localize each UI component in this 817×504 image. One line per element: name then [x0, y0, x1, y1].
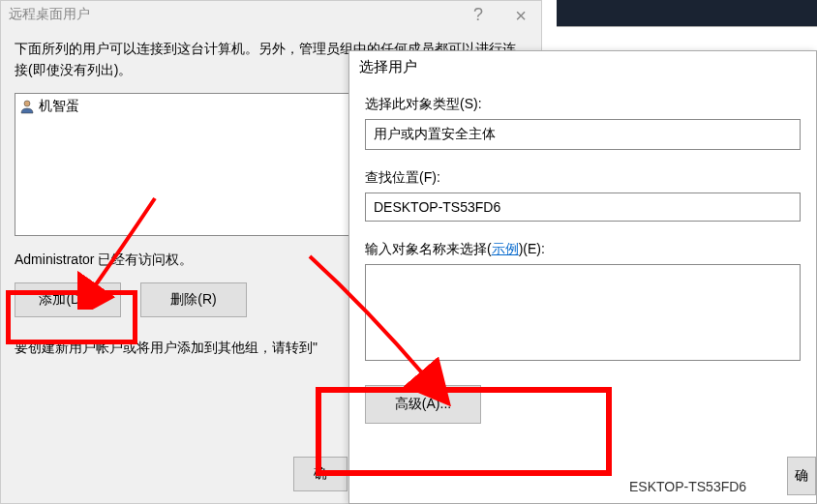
user-icon [19, 99, 35, 114]
svg-point-0 [24, 101, 30, 106]
location-field[interactable]: DESKTOP-TS53FD6 [365, 193, 801, 222]
object-type-label: 选择此对象类型(S): [365, 96, 801, 113]
top-dark-strip [557, 0, 817, 27]
left-dialog-title: 远程桌面用户 [9, 6, 90, 23]
delete-button[interactable]: 删除(R) [140, 282, 247, 317]
right-dialog-title: 选择用户 [359, 58, 417, 76]
confirm-button[interactable]: 确 [787, 457, 816, 495]
example-link[interactable]: 示例 [492, 241, 519, 256]
add-button[interactable]: 添加(D)... [15, 282, 121, 317]
advanced-button[interactable]: 高级(A)... [365, 385, 481, 424]
help-icon[interactable]: ? [473, 5, 483, 25]
location-label: 查找位置(F): [365, 169, 801, 187]
user-name: 机智蛋 [39, 98, 79, 115]
object-name-input[interactable] [365, 264, 801, 361]
close-icon[interactable]: × [515, 5, 527, 27]
select-users-dialog: 选择用户 选择此对象类型(S): 用户或内置安全主体 查找位置(F): DESK… [348, 50, 817, 504]
bottom-desktop-text: ESKTOP-TS53FD6 [629, 479, 746, 494]
right-titlebar: 选择用户 [349, 51, 816, 82]
ok-button-row: 确 [293, 457, 348, 491]
object-name-label: 输入对象名称来选择(示例)(E): [365, 241, 801, 258]
object-type-field[interactable]: 用户或内置安全主体 [365, 119, 801, 150]
advanced-row: 高级(A)... [365, 385, 801, 424]
left-titlebar: 远程桌面用户 ? × [1, 1, 541, 28]
ok-button[interactable]: 确 [293, 457, 348, 491]
right-dialog-body: 选择此对象类型(S): 用户或内置安全主体 查找位置(F): DESKTOP-T… [349, 82, 816, 437]
